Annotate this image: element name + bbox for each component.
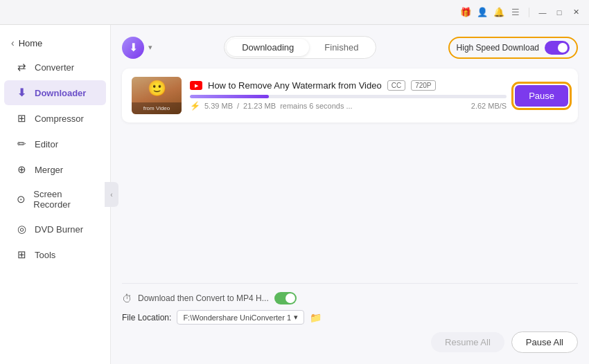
file-location-select[interactable]: F:\Wondershare UniConverter 1 ▾ [177, 310, 304, 325]
download-stats: ⚡ 5.39 MB / 21.23 MB remains 6 seconds .… [190, 101, 507, 111]
badge-720p: 720P [411, 80, 435, 91]
sidebar-collapse-button[interactable]: ‹ [105, 182, 118, 207]
thumb-text: from Video [132, 102, 182, 114]
minimize-button[interactable]: — [536, 6, 549, 19]
progress-bar-background [190, 95, 507, 98]
convert-row: ⏱ Download then Convert to MP4 H... [122, 292, 578, 304]
file-location-label: File Location: [122, 313, 171, 322]
convert-label: Download then Convert to MP4 H... [138, 293, 269, 303]
file-path: F:\Wondershare UniConverter 1 [183, 313, 291, 322]
user-icon[interactable]: 👤 [476, 6, 489, 19]
download-card: 🙂 from Video How to Remove Any Watermark… [122, 69, 578, 122]
sidebar-label-merger: Merger [35, 165, 63, 175]
screen-recorder-icon: ⊙ [15, 193, 26, 206]
bottom-bar: ⏱ Download then Convert to MP4 H... File… [122, 283, 578, 353]
logo-dropdown-icon[interactable]: ▾ [148, 43, 152, 52]
sidebar-item-tools[interactable]: ⊞ Tools [4, 242, 106, 267]
resume-all-button[interactable]: Resume All [431, 332, 504, 352]
dvd-burner-icon: ◎ [15, 223, 28, 235]
app-body: ‹ Home ⇄ Converter ⬇ Downloader ⊞ Compre… [0, 25, 589, 364]
merger-icon: ⊕ [15, 163, 28, 176]
back-arrow-icon: ‹ [11, 37, 15, 48]
downloader-icon: ⬇ [15, 87, 28, 99]
menu-icon[interactable]: ☰ [509, 6, 522, 19]
bottom-actions: Resume All Pause All [122, 330, 578, 353]
video-thumbnail: 🙂 from Video [132, 77, 182, 114]
tab-group: Downloading Finished [224, 36, 376, 59]
logo-area: ⬇ ▾ [122, 37, 152, 59]
convert-toggle[interactable] [274, 292, 297, 304]
sidebar-back-home[interactable]: ‹ Home [0, 32, 110, 54]
pause-all-button[interactable]: Pause All [511, 331, 578, 353]
dropdown-arrow-icon: ▾ [294, 313, 298, 322]
sidebar-item-screen-recorder[interactable]: ⊙ Screen Recorder [4, 183, 106, 216]
app-logo: ⬇ [122, 37, 144, 59]
sidebar-label-tools: Tools [35, 250, 55, 260]
download-title-row: How to Remove Any Watermark from Video C… [190, 80, 507, 91]
converter-icon: ⇄ [15, 61, 28, 73]
sidebar-item-merger[interactable]: ⊕ Merger [4, 157, 106, 182]
size-total: 21.23 MB [243, 102, 276, 110]
sidebar-item-converter[interactable]: ⇄ Converter [4, 55, 106, 80]
youtube-icon [190, 81, 202, 90]
gift-icon[interactable]: 🎁 [459, 6, 472, 19]
maximize-button[interactable]: □ [553, 6, 565, 19]
sidebar-item-dvd-burner[interactable]: ◎ DVD Burner [4, 217, 106, 242]
tab-downloading[interactable]: Downloading [227, 39, 309, 56]
sidebar-item-compressor[interactable]: ⊞ Compressor [4, 106, 106, 131]
pause-button[interactable]: Pause [515, 85, 568, 107]
close-button[interactable]: ✕ [570, 6, 582, 19]
folder-icon[interactable]: 📁 [310, 312, 322, 323]
progress-row [190, 95, 507, 98]
home-label: Home [19, 38, 43, 48]
size-downloaded: 5.39 MB [204, 102, 233, 110]
download-speed: 2.62 MB/S [471, 102, 507, 110]
spacer [122, 122, 578, 283]
compressor-icon: ⊞ [15, 112, 28, 125]
bell-icon[interactable]: 🔔 [493, 6, 505, 19]
size-separator: / [237, 102, 239, 110]
time-remaining: remains 6 seconds ... [280, 102, 353, 110]
clock-icon: ⏱ [122, 293, 132, 304]
progress-bar-fill [190, 95, 269, 98]
high-speed-label: High Speed Download [457, 43, 539, 53]
sidebar-label-converter: Converter [35, 62, 74, 73]
sidebar-label-downloader: Downloader [35, 88, 86, 98]
lightning-icon: ⚡ [190, 101, 200, 111]
sidebar-label-screen-recorder: Screen Recorder [33, 189, 95, 210]
file-location-row: File Location: F:\Wondershare UniConvert… [122, 310, 578, 325]
tab-finished[interactable]: Finished [309, 39, 373, 56]
top-bar: ⬇ ▾ Downloading Finished High Speed Down… [122, 36, 578, 59]
thumb-face-icon: 🙂 [148, 80, 166, 98]
main-content: ⬇ ▾ Downloading Finished High Speed Down… [111, 25, 589, 364]
download-title: How to Remove Any Watermark from Video [208, 80, 382, 91]
badge-cc: CC [387, 80, 405, 91]
editor-icon: ✏ [15, 138, 28, 150]
sidebar: ‹ Home ⇄ Converter ⬇ Downloader ⊞ Compre… [0, 25, 111, 364]
sidebar-item-editor[interactable]: ✏ Editor [4, 131, 106, 156]
sidebar-item-downloader[interactable]: ⬇ Downloader [4, 80, 106, 105]
titlebar: 🎁 👤 🔔 ☰ — □ ✕ [0, 0, 589, 25]
download-info: How to Remove Any Watermark from Video C… [190, 80, 507, 111]
high-speed-download-area: High Speed Download [448, 37, 578, 59]
tools-icon: ⊞ [15, 248, 28, 261]
sidebar-label-editor: Editor [35, 139, 58, 149]
sidebar-label-dvd-burner: DVD Burner [35, 224, 83, 235]
high-speed-toggle[interactable] [545, 41, 570, 55]
sidebar-label-compressor: Compressor [35, 113, 84, 124]
